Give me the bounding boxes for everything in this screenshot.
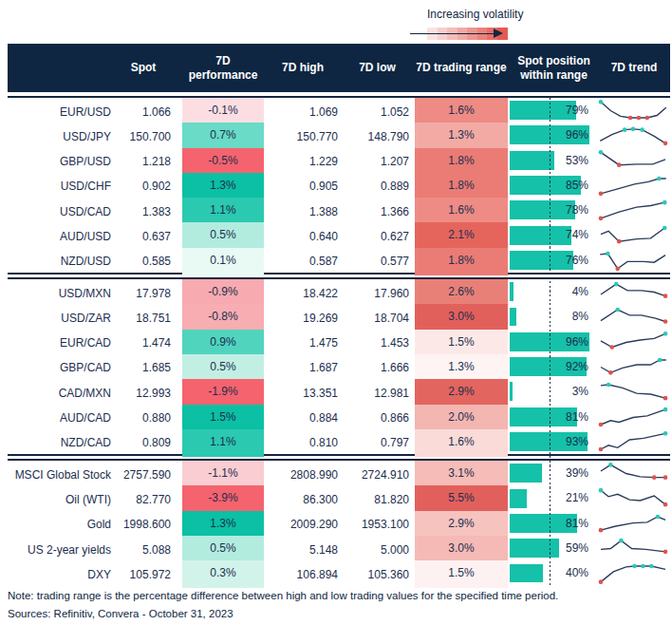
performance-cell: -0.5% xyxy=(182,148,264,176)
position-label: 3% xyxy=(572,379,588,404)
trading-range-cell: 2.0% xyxy=(415,405,508,432)
table-row: USD/ZAR 18.751 -0.8% 19.269 18.704 3.0% … xyxy=(8,304,670,329)
header-7d-performance: 7D performance xyxy=(182,54,264,83)
table-row: USD/CAD 1.383 1.1% 1.388 1.366 1.6% 78% xyxy=(8,198,670,222)
performance-cell: 1.3% xyxy=(182,173,264,200)
high-value: 13.351 xyxy=(264,387,342,400)
high-value: 86.300 xyxy=(264,493,342,506)
high-value: 1.475 xyxy=(264,336,342,350)
trading-range-cell: 3.1% xyxy=(415,461,508,488)
trend-sparkline xyxy=(598,485,670,513)
spot-position-cell: 8% xyxy=(510,304,598,331)
position-label: 39% xyxy=(566,461,588,485)
position-label: 21% xyxy=(566,485,588,510)
spot-position-cell: 96% xyxy=(510,330,598,357)
position-label: 59% xyxy=(566,536,588,560)
trading-range-cell: 5.5% xyxy=(415,485,508,513)
spot-value: 12.993 xyxy=(114,387,173,400)
low-value: 0.889 xyxy=(342,180,413,193)
trend-sparkline xyxy=(598,330,670,357)
position-label: 79% xyxy=(566,98,588,123)
asset-label: EUR/USD xyxy=(8,105,114,119)
high-value: 150.770 xyxy=(264,130,342,143)
asset-label: USD/CAD xyxy=(8,205,114,218)
trend-sparkline xyxy=(598,123,670,150)
spot-position-cell: 53% xyxy=(510,148,598,176)
high-value: 1.069 xyxy=(264,105,342,119)
position-bar xyxy=(510,282,513,301)
position-label: 96% xyxy=(566,330,588,354)
header-7d-trend: 7D trend xyxy=(598,61,670,75)
low-value: 1.207 xyxy=(342,155,413,168)
trend-sparkline xyxy=(598,461,670,488)
high-value: 0.884 xyxy=(264,411,342,425)
high-value: 0.587 xyxy=(264,255,342,268)
asset-label: NZD/USD xyxy=(8,255,114,268)
spot-position-cell: 81% xyxy=(510,511,598,539)
table-row: US 2-year yields 5.088 0.5% 5.148 5.000 … xyxy=(8,536,670,560)
trend-sparkline xyxy=(598,511,670,539)
low-value: 1.666 xyxy=(342,361,413,374)
low-value: 2724.910 xyxy=(342,468,413,482)
sparkline-svg xyxy=(598,305,668,329)
high-value: 0.905 xyxy=(264,180,342,193)
sparkline-svg xyxy=(598,537,668,560)
sparkline-svg xyxy=(598,355,668,379)
footnote: Note: trading range is the percentage di… xyxy=(8,590,558,601)
spot-value: 0.637 xyxy=(114,230,173,243)
asset-label: EUR/CAD xyxy=(8,336,114,350)
low-value: 0.627 xyxy=(342,230,413,243)
trading-range-cell: 2.9% xyxy=(415,379,508,407)
asset-label: CAD/MXN xyxy=(8,387,114,400)
trading-range-cell: 1.3% xyxy=(415,123,508,150)
spot-position-cell: 85% xyxy=(510,173,598,200)
spot-position-cell: 39% xyxy=(510,461,598,488)
spot-value: 2757.590 xyxy=(114,468,173,482)
performance-cell: 1.5% xyxy=(182,405,264,432)
position-label: 4% xyxy=(572,279,588,304)
header-spot-position: Spot position within range xyxy=(510,54,598,83)
low-value: 1.052 xyxy=(342,105,413,119)
asset-label: Gold xyxy=(8,518,114,531)
position-label: 74% xyxy=(566,222,588,247)
spot-position-cell: 21% xyxy=(510,485,598,513)
trend-sparkline xyxy=(598,148,670,176)
low-value: 18.704 xyxy=(342,312,413,325)
asset-label: AUD/USD xyxy=(8,230,114,243)
asset-label: USD/ZAR xyxy=(8,312,114,325)
sparkline-svg xyxy=(598,149,668,173)
table-row: USD/MXN 17.978 -0.9% 18.422 17.960 2.6% … xyxy=(8,279,670,304)
spot-position-cell: 96% xyxy=(510,123,598,150)
performance-cell: 0.9% xyxy=(182,330,264,357)
position-bar xyxy=(510,382,513,401)
spot-value: 5.088 xyxy=(114,543,173,557)
arrow-line xyxy=(410,33,495,35)
header-spot: Spot xyxy=(114,61,173,75)
position-bar xyxy=(510,489,527,508)
table-row: USD/JPY 150.700 0.7% 150.770 148.790 1.3… xyxy=(8,123,670,147)
position-label: 93% xyxy=(566,429,588,454)
position-label: 92% xyxy=(566,354,588,379)
performance-cell: 1.3% xyxy=(182,511,264,539)
high-value: 2009.290 xyxy=(264,518,342,531)
arrow-head-icon xyxy=(494,28,503,38)
position-bar xyxy=(510,539,559,558)
high-value: 18.422 xyxy=(264,287,342,300)
spot-position-cell: 40% xyxy=(510,560,598,588)
spot-value: 0.809 xyxy=(114,436,173,449)
table-header: Spot 7D performance 7D high 7D low 7D tr… xyxy=(8,44,670,92)
performance-cell: -0.9% xyxy=(182,279,264,307)
trend-sparkline xyxy=(598,198,670,225)
low-value: 1953.100 xyxy=(342,518,413,531)
performance-cell: 0.7% xyxy=(182,123,264,150)
trading-range-cell: 3.0% xyxy=(415,536,508,563)
trading-range-cell: 2.6% xyxy=(415,279,508,307)
spot-value: 1.383 xyxy=(114,205,173,218)
fx-table: Spot 7D performance 7D high 7D low 7D tr… xyxy=(8,44,670,586)
spot-value: 1.474 xyxy=(114,336,173,350)
asset-label: Oil (WTI) xyxy=(8,493,114,506)
table-row: EUR/USD 1.066 -0.1% 1.069 1.052 1.6% 79% xyxy=(8,98,670,123)
high-value: 0.640 xyxy=(264,230,342,243)
table-row: Gold 1998.600 1.3% 2009.290 1953.100 2.9… xyxy=(8,511,670,536)
spot-value: 1998.600 xyxy=(114,518,173,531)
